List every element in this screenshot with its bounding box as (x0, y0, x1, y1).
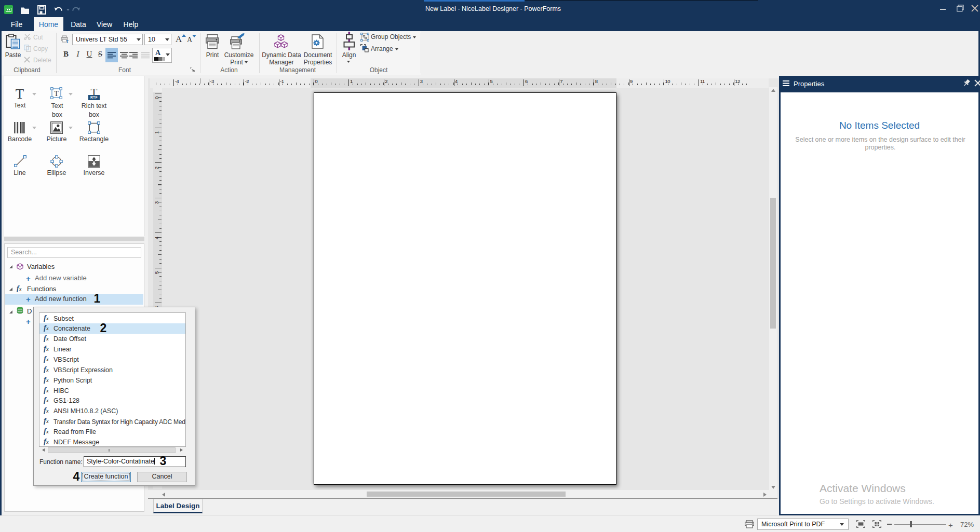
svg-text:T: T (54, 90, 59, 98)
svg-text:T: T (66, 39, 69, 43)
